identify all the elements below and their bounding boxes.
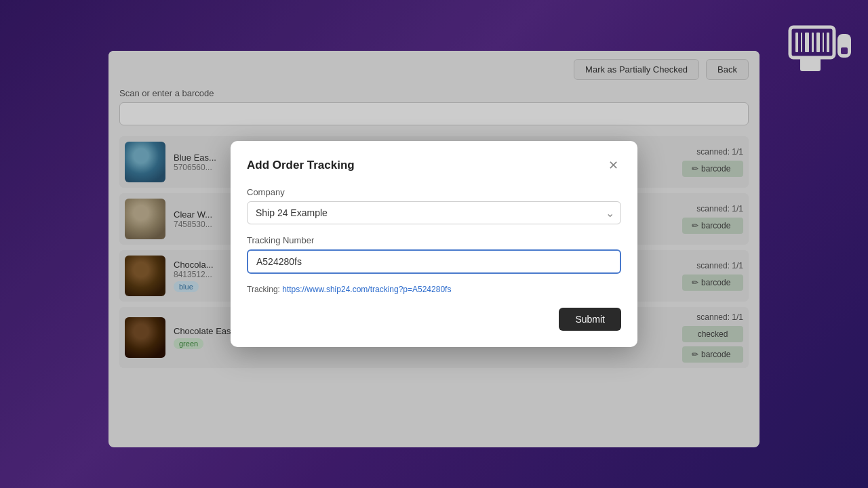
company-label: Company (247, 187, 621, 197)
tracking-number-label: Tracking Number (247, 235, 621, 245)
submit-button[interactable]: Submit (559, 308, 621, 331)
modal-footer: Submit (247, 308, 621, 331)
close-button[interactable]: ✕ (605, 157, 621, 174)
close-icon: ✕ (608, 158, 618, 173)
company-select-wrapper: Ship 24 Example DHL FedEx UPS USPS ⌄ (247, 201, 621, 224)
tracking-link[interactable]: https://www.ship24.com/tracking?p=A52428… (282, 285, 451, 294)
add-order-tracking-modal: Add Order Tracking ✕ Company Ship 24 Exa… (231, 141, 637, 347)
modal-header: Add Order Tracking ✕ (247, 157, 621, 174)
modal-title: Add Order Tracking (247, 159, 355, 172)
modal-overlay: Add Order Tracking ✕ Company Ship 24 Exa… (0, 0, 868, 488)
tracking-url-display: Tracking: https://www.ship24.com/trackin… (247, 285, 621, 294)
tracking-url-text: Tracking: https://www.ship24.com/trackin… (247, 285, 451, 294)
company-select[interactable]: Ship 24 Example DHL FedEx UPS USPS (247, 201, 621, 224)
tracking-number-input[interactable] (247, 249, 621, 274)
company-field-group: Company Ship 24 Example DHL FedEx UPS US… (247, 187, 621, 224)
tracking-number-field-group: Tracking Number (247, 235, 621, 274)
